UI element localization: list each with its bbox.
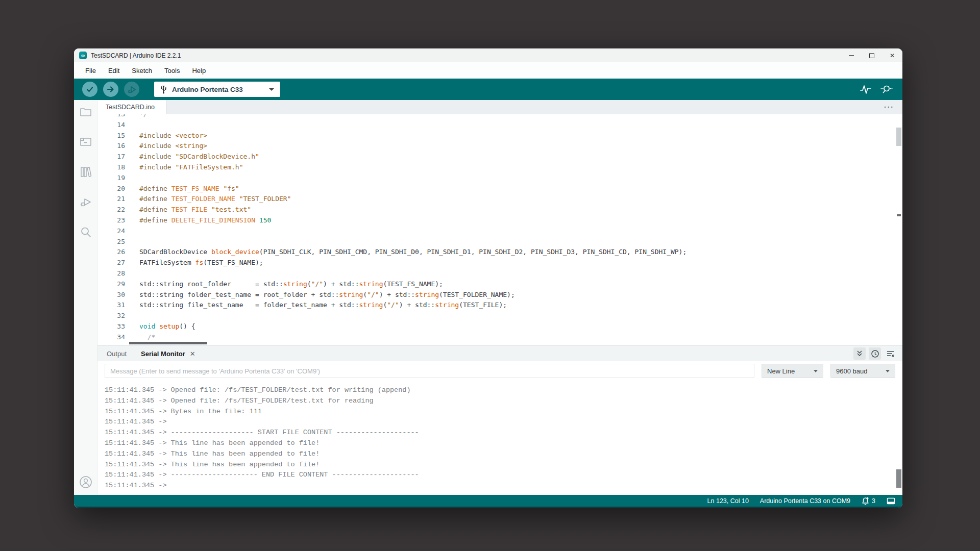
serial-output-line: 15:11:41.345 -> — [105, 481, 902, 491]
chevron-down-icon — [886, 370, 890, 372]
search-icon — [80, 226, 92, 238]
serial-output[interactable]: 15:11:41.345 -> Opened file: /fs/TEST_FO… — [97, 381, 902, 495]
close-tab-icon[interactable]: ✕ — [190, 350, 195, 358]
line-number: 16 — [97, 141, 125, 152]
serial-output-lines: 15:11:41.345 -> Opened file: /fs/TEST_FO… — [105, 385, 902, 491]
line-number: 34 — [97, 332, 125, 343]
upload-button[interactable] — [103, 82, 118, 97]
serial-output-line: 15:11:41.345 -> --------------------- EN… — [105, 470, 902, 481]
code-line: 26SDCardBlockDevice block_device(PIN_SDH… — [97, 247, 894, 258]
panel-layout-icon — [887, 497, 895, 505]
tab-output[interactable]: Output — [100, 350, 134, 358]
baud-rate-value: 9600 baud — [836, 367, 867, 375]
serial-monitor-tab-label: Serial Monitor — [141, 350, 185, 358]
code-text: void setup() { — [125, 321, 195, 332]
menu-tools[interactable]: Tools — [159, 65, 185, 76]
line-number: 33 — [97, 321, 125, 332]
serial-monitor-button[interactable] — [880, 84, 893, 95]
sidebar-item-debug[interactable] — [79, 195, 92, 209]
line-number: 26 — [97, 247, 125, 258]
code-line: 18#include "FATFileSystem.h" — [97, 162, 894, 173]
notification-count: 3 — [872, 497, 875, 505]
code-text — [125, 120, 139, 131]
sidebar-item-sketchbook[interactable] — [79, 105, 92, 118]
toggle-panel-button[interactable] — [887, 497, 895, 505]
code-line: 22#define TEST_FILE "test.txt" — [97, 205, 894, 215]
toolbar: Arduino Portenta C33 — [74, 79, 902, 100]
code-text: std::string root_folder = std::string("/… — [125, 279, 443, 290]
check-icon — [85, 85, 94, 94]
menu-edit[interactable]: Edit — [103, 65, 125, 76]
line-number: 25 — [97, 237, 125, 247]
code-line: 15#include <vector> — [97, 131, 894, 141]
line-number: 20 — [97, 184, 125, 194]
line-number: 17 — [97, 152, 125, 162]
serial-message-input[interactable] — [105, 364, 754, 378]
code-line: 20#define TEST_FS_NAME "fs" — [97, 184, 894, 194]
board-port-status[interactable]: Arduino Portenta C33 on COM9 — [760, 497, 850, 505]
double-chevron-down-icon — [855, 349, 864, 358]
line-number: 23 — [97, 215, 125, 226]
menu-sketch[interactable]: Sketch — [127, 65, 157, 76]
sidebar-item-library-manager[interactable] — [79, 165, 92, 179]
code-text: #include "FATFileSystem.h" — [125, 162, 243, 173]
code-line: 19 — [97, 173, 894, 184]
line-number: 21 — [97, 194, 125, 205]
serial-output-line: 15:11:41.345 -> This line has been appen… — [105, 438, 902, 449]
code-text: #define TEST_FS_NAME "fs" — [125, 184, 239, 194]
board-selector-dropdown[interactable]: Arduino Portenta C33 — [154, 82, 280, 97]
code-text: FATFileSystem fs(TEST_FS_NAME); — [125, 258, 263, 268]
scroll-to-bottom-toggle[interactable] — [853, 347, 866, 360]
clear-output-button[interactable] — [884, 347, 896, 360]
serial-plotter-button[interactable] — [860, 84, 872, 95]
code-line: 28 — [97, 268, 894, 279]
verify-button[interactable] — [82, 82, 97, 97]
code-text: */ — [125, 114, 148, 120]
code-text: #define DELETE_FILE_DIMENSION 150 — [125, 215, 271, 226]
code-line: 17#include "SDCardBlockDevice.h" — [97, 152, 894, 162]
account-button[interactable] — [79, 475, 92, 489]
code-line: 32 — [97, 311, 894, 321]
activity-bar — [74, 100, 97, 495]
line-ending-value: New Line — [767, 367, 795, 375]
arrow-right-icon — [106, 85, 115, 94]
sidebar-item-search[interactable] — [79, 226, 92, 239]
line-number: 30 — [97, 290, 125, 300]
code-text — [125, 226, 139, 237]
notifications-button[interactable]: 3 — [862, 497, 875, 505]
minimize-icon — [849, 55, 854, 56]
serial-output-line: 15:11:41.345 -> This line has been appen… — [105, 460, 902, 470]
tab-testsdcard-ino[interactable]: TestSDCARD.ino — [97, 100, 167, 114]
code-line: 16#include <string> — [97, 141, 894, 152]
code-line: 21#define TEST_FOLDER_NAME "TEST_FOLDER" — [97, 194, 894, 205]
timestamp-toggle[interactable] — [869, 347, 881, 360]
editor-vertical-scrollbar[interactable] — [896, 128, 901, 146]
code-line: 30std::string folder_test_name = root_fo… — [97, 290, 894, 300]
baud-rate-dropdown[interactable]: 9600 baud — [830, 364, 895, 378]
output-vertical-scrollbar[interactable] — [896, 469, 901, 488]
minimize-button[interactable] — [841, 48, 862, 62]
chevron-down-icon — [814, 370, 818, 372]
window-bottom-edge — [74, 507, 902, 508]
menu-help[interactable]: Help — [187, 65, 211, 76]
line-ending-dropdown[interactable]: New Line — [762, 364, 823, 378]
tab-serial-monitor[interactable]: Serial Monitor ✕ — [134, 350, 203, 358]
code-text — [125, 311, 139, 321]
code-text: SDCardBlockDevice block_device(PIN_SDHI_… — [125, 247, 687, 258]
line-number: 15 — [97, 131, 125, 141]
line-number: 29 — [97, 279, 125, 290]
sidebar-item-boards-manager[interactable] — [79, 135, 92, 148]
arduino-app-icon: ∞ — [79, 52, 87, 59]
code-line: 14 — [97, 120, 894, 131]
tab-overflow-menu[interactable]: ··· — [884, 105, 894, 110]
cursor-position[interactable]: Ln 123, Col 10 — [707, 497, 749, 505]
code-line: 23#define DELETE_FILE_DIMENSION 150 — [97, 215, 894, 226]
editor-horizontal-scrollbar[interactable] — [129, 342, 207, 344]
clear-output-icon — [886, 350, 895, 358]
tab-label: TestSDCARD.ino — [106, 104, 155, 111]
close-button[interactable]: ✕ — [882, 48, 902, 62]
menu-file[interactable]: File — [80, 65, 101, 76]
code-editor[interactable]: 13*/1415#include <vector>16#include <str… — [97, 114, 902, 345]
code-line: 29std::string root_folder = std::string(… — [97, 279, 894, 290]
maximize-button[interactable] — [862, 48, 882, 62]
